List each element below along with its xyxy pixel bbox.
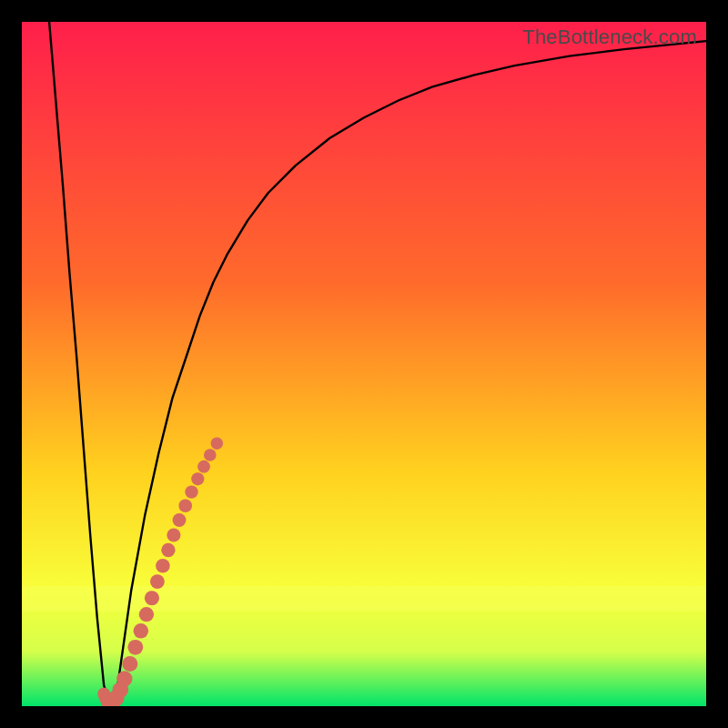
highlight-dot <box>167 528 180 541</box>
yellow-band <box>22 586 706 612</box>
highlight-dot <box>150 574 165 589</box>
highlight-dot <box>122 656 137 672</box>
highlight-dot <box>145 591 159 605</box>
highlight-dot <box>156 559 170 573</box>
highlight-dot <box>161 543 175 557</box>
highlight-dot <box>134 623 149 639</box>
highlight-dot <box>211 437 223 449</box>
highlight-dot <box>116 671 132 686</box>
highlight-dot <box>204 449 217 461</box>
highlight-dot <box>127 640 143 655</box>
chart-svg <box>22 22 706 706</box>
highlight-dot <box>139 607 154 622</box>
chart-frame: TheBottleneck.com <box>0 0 728 728</box>
highlight-dot <box>197 460 210 473</box>
plot-area: TheBottleneck.com <box>22 22 706 706</box>
watermark-text: TheBottleneck.com <box>522 25 697 49</box>
highlight-dot <box>185 485 197 498</box>
highlight-dot <box>173 513 187 527</box>
highlight-dot <box>191 472 204 485</box>
highlight-dot <box>178 499 192 512</box>
